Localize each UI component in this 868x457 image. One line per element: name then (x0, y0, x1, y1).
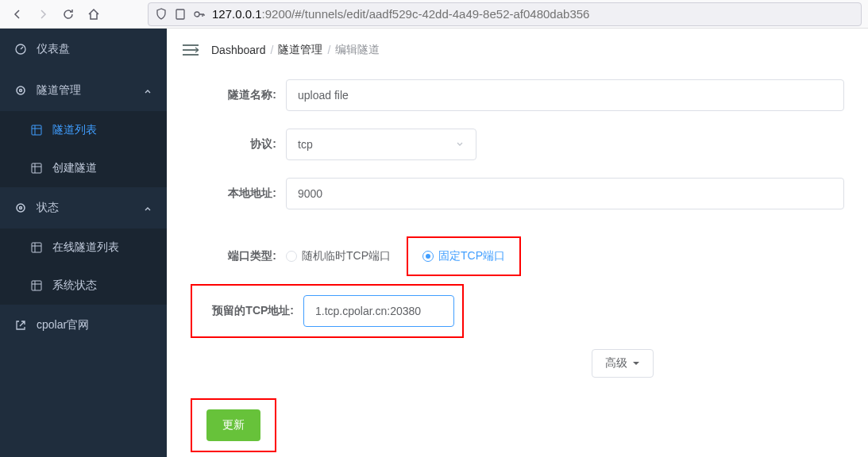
sidebar-item-label: 仪表盘 (37, 42, 152, 56)
edit-tunnel-form: 隧道名称: 协议: tcp 本地地址: 端口类型: (167, 71, 868, 457)
svg-point-4 (20, 90, 22, 92)
submit-highlight: 更新 (191, 398, 276, 452)
radio-icon (422, 251, 434, 262)
sidebar-item-label: 系统状态 (52, 278, 152, 293)
grid-icon (30, 241, 43, 254)
chevron-up-icon (143, 86, 152, 95)
breadcrumb-item[interactable]: Dashboard (211, 44, 266, 56)
external-link-icon (14, 319, 27, 332)
protocol-value: tcp (298, 138, 313, 151)
sidebar-item-label: 在线隧道列表 (52, 240, 152, 255)
radio-label: 固定TCP端口 (438, 249, 505, 263)
circle-icon (14, 202, 27, 214)
grid-icon (30, 162, 43, 175)
main-content: Dashboard / 隧道管理 / 编辑隧道 隧道名称: 协议: tcp (167, 29, 868, 457)
reserved-tcp-input[interactable] (303, 295, 454, 327)
local-addr-input[interactable] (286, 178, 844, 209)
radio-fixed-port[interactable]: 固定TCP端口 (407, 236, 521, 276)
sidebar-item-create-tunnel[interactable]: 创建隧道 (0, 149, 167, 187)
gauge-icon (14, 43, 27, 56)
name-label: 隧道名称: (191, 88, 286, 102)
sidebar-item-online-list[interactable]: 在线隧道列表 (0, 228, 167, 267)
submit-button[interactable]: 更新 (206, 409, 260, 441)
name-input[interactable] (286, 79, 844, 111)
svg-rect-16 (32, 281, 41, 290)
grid-icon (30, 279, 43, 292)
forward-button[interactable] (32, 3, 54, 25)
sidebar-item-sys-status[interactable]: 系统状态 (0, 267, 167, 305)
breadcrumb-item[interactable]: 隧道管理 (278, 43, 322, 57)
sidebar-item-tunnel-list[interactable]: 隧道列表 (0, 111, 167, 149)
grid-icon (30, 124, 43, 136)
radio-icon (286, 251, 297, 262)
protocol-select[interactable]: tcp (286, 129, 476, 160)
menu-toggle-icon[interactable] (183, 44, 199, 56)
radio-label: 随机临时TCP端口 (302, 249, 391, 263)
url-bar[interactable]: 127.0.0.1:9200/#/tunnels/edit/aadf529c-4… (148, 2, 862, 26)
svg-point-1 (195, 12, 199, 17)
url-text: 127.0.0.1:9200/#/tunnels/edit/aadf529c-4… (212, 7, 589, 21)
breadcrumb-separator: / (271, 44, 274, 56)
sidebar-item-label: 隧道管理 (37, 83, 133, 98)
sidebar-item-label: 创建隧道 (52, 161, 152, 175)
svg-point-3 (17, 86, 25, 94)
topbar: Dashboard / 隧道管理 / 编辑隧道 (167, 29, 868, 71)
chevron-up-icon (143, 203, 152, 213)
chevron-down-icon (455, 138, 465, 151)
circle-icon (14, 84, 27, 97)
local-addr-label: 本地地址: (191, 186, 286, 201)
back-button[interactable] (6, 3, 29, 25)
radio-random-port[interactable]: 随机临时TCP端口 (286, 249, 391, 263)
reserved-tcp-row: 预留的TCP地址: (191, 284, 464, 338)
shield-icon (155, 8, 168, 21)
browser-toolbar: 127.0.0.1:9200/#/tunnels/edit/aadf529c-4… (0, 0, 868, 29)
svg-point-12 (20, 207, 22, 209)
protocol-label: 协议: (191, 137, 286, 152)
svg-rect-5 (32, 125, 41, 135)
svg-rect-8 (32, 163, 41, 173)
reserved-label: 预留的TCP地址: (192, 304, 303, 318)
port-type-label: 端口类型: (191, 249, 286, 263)
svg-rect-13 (32, 243, 41, 252)
page-icon (174, 8, 187, 21)
advanced-button[interactable]: 高级 (592, 349, 654, 378)
sidebar-item-label: cpolar官网 (37, 318, 152, 332)
home-button[interactable] (83, 3, 105, 25)
sidebar-item-tunnel-mgmt[interactable]: 隧道管理 (0, 70, 167, 111)
sidebar: 仪表盘 隧道管理 隧道列表 创建隧道 状态 在线隧道列表 系统状态 (0, 29, 167, 457)
sidebar-item-label: 隧道列表 (52, 123, 152, 137)
key-icon (193, 8, 206, 21)
breadcrumb-separator: / (327, 44, 330, 56)
svg-rect-0 (176, 10, 184, 19)
advanced-label: 高级 (605, 356, 627, 371)
sidebar-item-status[interactable]: 状态 (0, 187, 167, 228)
reload-button[interactable] (57, 3, 79, 25)
sidebar-item-label: 状态 (37, 201, 133, 215)
breadcrumb: Dashboard / 隧道管理 / 编辑隧道 (211, 43, 380, 57)
breadcrumb-current: 编辑隧道 (335, 43, 380, 57)
sidebar-item-dashboard[interactable]: 仪表盘 (0, 29, 167, 70)
caret-down-icon (632, 357, 640, 370)
sidebar-item-website[interactable]: cpolar官网 (0, 305, 167, 346)
svg-point-11 (17, 204, 25, 212)
